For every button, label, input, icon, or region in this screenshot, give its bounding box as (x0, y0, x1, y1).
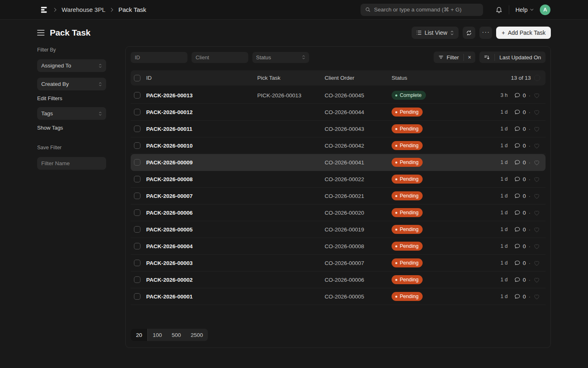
row-checkbox[interactable] (134, 92, 140, 99)
heart-icon[interactable] (533, 293, 540, 300)
row-checkbox[interactable] (134, 276, 140, 283)
select-all-checkbox[interactable] (134, 75, 140, 81)
table-row[interactable]: PACK-2026-00007 CO-2026-00021 Pending 1 … (131, 188, 546, 204)
row-comments-button[interactable]: 0 (514, 293, 526, 300)
row-checkbox[interactable] (134, 293, 140, 300)
column-header-pick-task[interactable]: Pick Task (257, 75, 325, 81)
count-circle-icon[interactable] (534, 75, 540, 81)
id-filter-input[interactable] (131, 52, 187, 63)
refresh-button[interactable] (463, 27, 475, 39)
page-size-2500-button[interactable]: 2500 (186, 329, 208, 341)
column-header-client-order[interactable]: Client Order (325, 75, 392, 81)
show-tags-link[interactable]: Show Tags (37, 125, 106, 131)
user-avatar[interactable]: A (540, 4, 550, 15)
table-row[interactable]: PACK-2026-00009 CO-2026-00041 Pending 1 … (131, 154, 546, 171)
heart-icon[interactable] (533, 209, 540, 216)
row-comments-button[interactable]: 0 (514, 142, 526, 149)
notifications-bell-button[interactable] (495, 6, 503, 13)
row-id-link[interactable]: PACK-2026-00007 (146, 193, 257, 199)
row-comments-button[interactable]: 0 (514, 176, 526, 182)
row-checkbox[interactable] (134, 226, 140, 233)
row-checkbox[interactable] (134, 193, 140, 199)
page-size-100-button[interactable]: 100 (148, 329, 167, 341)
row-comments-button[interactable]: 0 (514, 193, 526, 199)
view-switcher-button[interactable]: List View (412, 27, 459, 39)
row-checkbox[interactable] (134, 176, 140, 182)
heart-icon[interactable] (533, 226, 540, 233)
heart-icon[interactable] (533, 142, 540, 149)
table-row[interactable]: PACK-2026-00013 PICK-2026-00013 CO-2026-… (131, 87, 546, 104)
row-checkbox[interactable] (134, 209, 140, 216)
client-filter-input[interactable] (192, 52, 248, 63)
status-filter-select[interactable]: Status (252, 52, 309, 63)
edit-filters-link[interactable]: Edit Filters (37, 95, 106, 101)
filter-button[interactable]: Filter (434, 52, 463, 63)
row-comments-button[interactable]: 0 (514, 126, 526, 132)
row-id-link[interactable]: PACK-2026-00010 (146, 143, 257, 149)
table-row[interactable]: PACK-2026-00006 CO-2026-00020 Pending 1 … (131, 204, 546, 221)
row-comments-button[interactable]: 0 (514, 243, 526, 249)
row-id-link[interactable]: PACK-2026-00009 (146, 159, 257, 166)
row-comments-button[interactable]: 0 (514, 260, 526, 266)
table-row[interactable]: PACK-2026-00012 CO-2026-00044 Pending 1 … (131, 104, 546, 121)
heart-icon[interactable] (533, 126, 540, 132)
row-checkbox[interactable] (134, 109, 140, 115)
more-options-button[interactable]: ··· (479, 27, 492, 39)
row-id-link[interactable]: PACK-2026-00003 (146, 260, 257, 266)
sort-direction-button[interactable] (479, 52, 494, 63)
row-id-link[interactable]: PACK-2026-00013 (146, 92, 257, 99)
row-checkbox[interactable] (134, 159, 140, 166)
row-id-link[interactable]: PACK-2026-00005 (146, 227, 257, 233)
table-row[interactable]: PACK-2026-00008 CO-2026-00022 Pending 1 … (131, 171, 546, 188)
tags-select[interactable]: Tags (37, 107, 106, 120)
row-comments-button[interactable]: 0 (514, 276, 526, 283)
heart-icon[interactable] (533, 159, 540, 166)
heart-icon[interactable] (533, 176, 540, 183)
filter-name-input[interactable] (37, 157, 106, 170)
row-comments-button[interactable]: 0 (514, 209, 526, 216)
row-checkbox[interactable] (134, 260, 140, 266)
row-checkbox[interactable] (134, 243, 140, 249)
heart-icon[interactable] (533, 92, 540, 99)
help-menu-button[interactable]: Help (515, 7, 534, 13)
breadcrumb-current-page[interactable]: Pack Task (118, 6, 146, 13)
sidebar-toggle-icon[interactable] (37, 30, 45, 36)
row-checkbox[interactable] (134, 126, 140, 132)
row-id-link[interactable]: PACK-2026-00012 (146, 109, 257, 115)
row-id-link[interactable]: PACK-2026-00001 (146, 294, 257, 300)
row-id-link[interactable]: PACK-2026-00006 (146, 210, 257, 216)
table-row[interactable]: PACK-2026-00003 CO-2026-00007 Pending 1 … (131, 255, 546, 272)
search-input[interactable] (374, 7, 479, 13)
row-id-link[interactable]: PACK-2026-00004 (146, 243, 257, 249)
app-logo-icon[interactable] (40, 5, 49, 14)
heart-icon[interactable] (533, 260, 540, 267)
table-row[interactable]: PACK-2026-00005 CO-2026-00019 Pending 1 … (131, 221, 546, 238)
table-row[interactable]: PACK-2026-00001 CO-2026-00005 Pending 1 … (131, 288, 546, 305)
assigned-to-select[interactable]: Assigned To (37, 59, 106, 72)
heart-icon[interactable] (533, 193, 540, 200)
page-size-500-button[interactable]: 500 (167, 329, 186, 341)
add-pack-task-button[interactable]: + Add Pack Task (496, 27, 551, 39)
row-comments-button[interactable]: 0 (514, 226, 526, 233)
result-count[interactable]: 13 of 13 (511, 75, 531, 81)
clear-filter-button[interactable]: × (464, 52, 475, 63)
row-id-link[interactable]: PACK-2026-00011 (146, 126, 257, 132)
row-comments-button[interactable]: 0 (514, 92, 526, 99)
row-comments-button[interactable]: 0 (514, 109, 526, 115)
table-row[interactable]: PACK-2026-00002 CO-2026-00006 Pending 1 … (131, 272, 546, 288)
row-checkbox[interactable] (134, 142, 140, 149)
created-by-select[interactable]: Created By (37, 78, 106, 90)
column-header-status[interactable]: Status (392, 75, 511, 81)
row-id-link[interactable]: PACK-2026-00008 (146, 176, 257, 182)
table-row[interactable]: PACK-2026-00011 CO-2026-00043 Pending 1 … (131, 121, 546, 137)
row-id-link[interactable]: PACK-2026-00002 (146, 277, 257, 283)
sort-by-button[interactable]: Last Updated On (495, 52, 546, 63)
heart-icon[interactable] (533, 243, 540, 250)
column-header-id[interactable]: ID (146, 75, 257, 81)
page-size-20-button[interactable]: 20 (131, 329, 148, 341)
breadcrumb-workspace[interactable]: Warehouse 3PL (62, 6, 105, 13)
heart-icon[interactable] (533, 276, 540, 283)
table-row[interactable]: PACK-2026-00010 CO-2026-00042 Pending 1 … (131, 137, 546, 154)
table-row[interactable]: PACK-2026-00004 CO-2026-00008 Pending 1 … (131, 238, 546, 255)
global-search[interactable] (361, 4, 483, 16)
